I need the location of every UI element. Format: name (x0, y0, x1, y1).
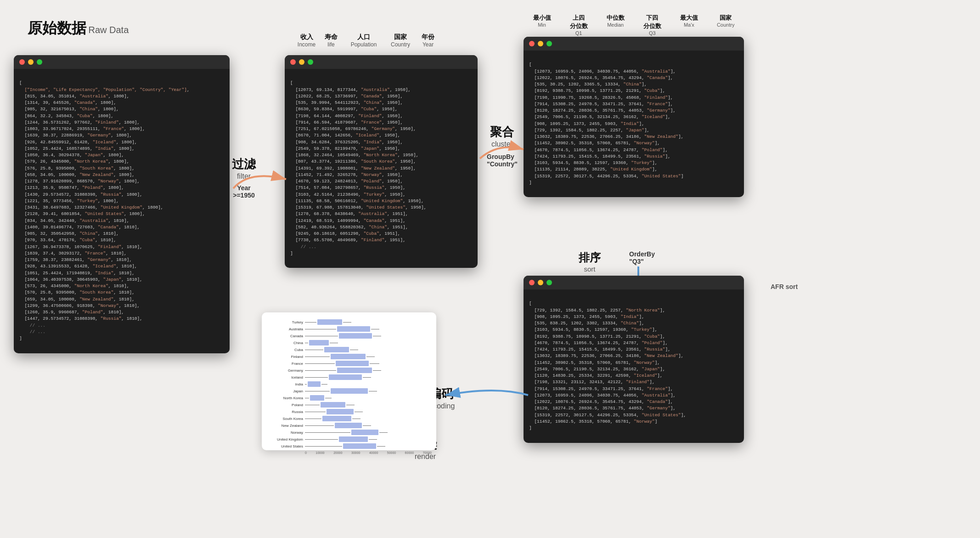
chart-bars: TurkeyAustraliaCanadaChinaCubaFinlandFra… (266, 317, 432, 451)
chart-whisker-right (379, 432, 388, 433)
chart-box (351, 430, 378, 435)
sorted-titlebar (524, 276, 744, 289)
minimize-dot (28, 59, 34, 65)
chart-bar-area (305, 340, 432, 345)
chart-country-label: France (266, 362, 303, 366)
chart-whisker-left (305, 357, 330, 357)
orderby-key: "Q3" (629, 258, 655, 265)
col-header-life-zh: 寿命 (319, 33, 343, 41)
chart-row: China (266, 340, 432, 345)
sorted-max-dot (546, 280, 552, 285)
chart-whisker-left (305, 384, 307, 385)
chart-whisker-left (305, 439, 338, 440)
filter-titlebar (285, 55, 478, 69)
chart-box (337, 368, 372, 373)
chart-row: North Korea (266, 395, 432, 401)
chart-whisker-left (305, 322, 316, 323)
chart-country-label: Turkey (266, 320, 303, 324)
chart-axis-label: 20000 (333, 451, 342, 454)
chart-whisker-left (305, 370, 336, 371)
chart-row: Finland (266, 354, 432, 359)
chart-whisker-left (305, 363, 335, 364)
close-dot (19, 59, 25, 65)
chart-row: Cuba (266, 347, 432, 352)
chart-country-label: Cuba (266, 348, 303, 352)
aggregate-code: [ [12073, 16959.5, 24096, 34030.75, 4405… (524, 51, 744, 197)
chart-axis-label: 50000 (387, 451, 396, 454)
maximize-dot (37, 59, 42, 65)
chart-row: Iceland (266, 374, 432, 380)
chart-row: Germany (266, 368, 432, 373)
chart-whisker-left (305, 419, 321, 419)
chart-row: Canada (266, 333, 432, 339)
chart-box (329, 374, 362, 380)
chart-bar-area (305, 395, 432, 401)
chart-whisker-left (305, 343, 308, 343)
sort-label: 排序 sort (579, 250, 601, 273)
sorted-code: [ [729, 1392, 1584.5, 1802.25, 2257, "No… (524, 289, 744, 443)
agg-header-q3: 下四 分位数 Q3 (643, 14, 661, 36)
chart-box (339, 436, 368, 442)
chart-country-label: Finland (266, 355, 303, 359)
col-headers: 收入 Income 寿命 life 人口 Population 国家 Count… (294, 33, 439, 48)
col-header-pop: 人口 Population (343, 33, 384, 48)
chart-bar-area (305, 402, 432, 408)
col-header-life: 寿命 life (319, 33, 343, 48)
filter-arrow (231, 165, 291, 195)
chart-whisker-right (350, 350, 358, 350)
agg-header-q1: 上四 分位数 Q1 (570, 14, 588, 36)
chart-whisker-right (363, 377, 371, 378)
chart-axis-label: 30000 (351, 451, 360, 454)
chart-box (310, 395, 324, 401)
col-header-income-en: Income (294, 41, 319, 48)
chart-whisker-right (330, 343, 338, 343)
chart-country-label: Australia (266, 327, 303, 331)
chart-bar-area (305, 354, 432, 359)
chart-bar-area (305, 388, 432, 394)
chart-box (337, 326, 370, 332)
filter-min-dot (299, 59, 304, 65)
chart-whisker-right (377, 446, 385, 447)
chart-box (339, 333, 372, 339)
chart-row: Poland (266, 402, 432, 408)
chart-box (327, 409, 354, 414)
chart-whisker-right (325, 398, 332, 398)
agg-max-dot (546, 41, 552, 46)
chart-bar-area (305, 381, 432, 387)
sort-label-zh: 排序 (579, 250, 601, 265)
raw-data-title: 原始数据 Raw Data (28, 18, 129, 39)
chart-country-label: United States (266, 444, 303, 448)
chart-bar-area (305, 326, 432, 332)
chart-country-label: New Zealand (266, 424, 303, 428)
aggregate-titlebar (524, 37, 744, 51)
chart-whisker-right (343, 322, 351, 323)
chart-whisker-left (305, 391, 330, 391)
chart-row: France (266, 361, 432, 366)
chart-bar-area (305, 319, 432, 325)
chart-container: TurkeyAustraliaCanadaChinaCubaFinlandFra… (266, 317, 432, 446)
afr-sort-label: AFR sort (771, 283, 798, 291)
col-header-pop-en: Population (343, 41, 384, 48)
chart-row: South Korea (266, 416, 432, 421)
chart-country-label: Poland (266, 403, 303, 407)
chart-axis-label: 10000 (315, 451, 324, 454)
chart-bar-area (305, 443, 432, 449)
col-header-country-en: Country (384, 41, 417, 48)
sorted-window: [ [729, 1392, 1584.5, 1802.25, 2257, "No… (524, 276, 744, 443)
chart-whisker-right (363, 425, 371, 426)
chart-country-label: Norway (266, 430, 303, 435)
agg-headers: 最小值 Min 上四 分位数 Q1 中位数 Median 下四 分位数 Q3 最… (524, 14, 744, 36)
orderby-label-text: OrderBy (629, 250, 655, 258)
chart-whisker-right (369, 439, 377, 440)
chart-row: United States (266, 443, 432, 449)
chart-whisker-right (371, 329, 379, 329)
raw-data-window: [ ["Income", "Life Expectancy", "Populat… (14, 55, 230, 353)
chart-whisker-left (305, 412, 326, 412)
agg-header-country: 国家 Country (717, 14, 735, 36)
raw-data-title-zh: 原始数据 (28, 20, 86, 36)
col-header-year-en: Year (417, 41, 439, 48)
chart-box (343, 443, 376, 449)
main-container: 原始数据 Raw Data [ ["Income", "Life Expecta… (0, 0, 980, 538)
aggregate-window: [ [12073, 16959.5, 24096, 34030.75, 4405… (524, 37, 744, 197)
chart-axis-label: 0 (305, 451, 307, 454)
